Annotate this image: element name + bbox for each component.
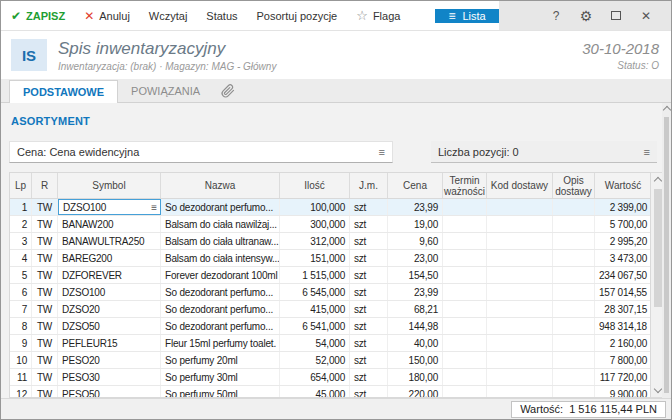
cell-termin[interactable]: [443, 301, 487, 317]
cell-lp[interactable]: 11: [10, 369, 32, 385]
cell-symbol[interactable]: PESO20: [58, 352, 161, 368]
column-header-opis[interactable]: Opis dostawy: [553, 173, 595, 198]
cell-termin[interactable]: [443, 284, 487, 300]
cell-jm[interactable]: szt: [350, 301, 388, 317]
cell-menu-icon[interactable]: ≡: [151, 202, 157, 213]
column-header-r[interactable]: R: [32, 173, 58, 198]
cell-termin[interactable]: [443, 216, 487, 232]
cell-wartosc[interactable]: 234 067,50: [595, 267, 650, 283]
cell-kod[interactable]: [487, 233, 553, 249]
cell-jm[interactable]: szt: [350, 250, 388, 266]
column-header-kod[interactable]: Kod dostawy: [487, 173, 553, 198]
cell-ilosc[interactable]: 52,000: [280, 352, 350, 368]
cell-opis[interactable]: [553, 335, 595, 351]
cell-opis[interactable]: [553, 216, 595, 232]
cell-cena[interactable]: 68,21: [388, 301, 443, 317]
cell-wartosc[interactable]: 2 995,20: [595, 233, 650, 249]
cell-cena[interactable]: 220,00: [388, 386, 443, 397]
cell-r[interactable]: TW: [32, 250, 58, 266]
help-button[interactable]: ?: [541, 9, 571, 23]
cell-ilosc[interactable]: 45,000: [280, 386, 350, 397]
cell-cena[interactable]: 144,98: [388, 318, 443, 334]
cell-cena[interactable]: 40,00: [388, 335, 443, 351]
cell-jm[interactable]: szt: [350, 386, 388, 397]
cell-r[interactable]: TW: [32, 199, 58, 215]
cell-lp[interactable]: 10: [10, 352, 32, 368]
cell-symbol[interactable]: DZSO20: [58, 301, 161, 317]
cell-wartosc[interactable]: 9 900,00: [595, 386, 650, 397]
panel-scroll-up-icon[interactable]: [662, 106, 670, 114]
cell-lp[interactable]: 1: [10, 199, 32, 215]
cell-opis[interactable]: [553, 284, 595, 300]
cell-wartosc[interactable]: 117 720,00: [595, 369, 650, 385]
cell-termin[interactable]: [443, 199, 487, 215]
cell-symbol[interactable]: PESO50: [58, 386, 161, 397]
cell-kod[interactable]: [487, 216, 553, 232]
cell-opis[interactable]: [553, 199, 595, 215]
cell-nazwa[interactable]: So perfumy 50ml: [161, 386, 280, 397]
cell-opis[interactable]: [553, 352, 595, 368]
cell-kod[interactable]: [487, 284, 553, 300]
cell-symbol[interactable]: DZSO100: [58, 284, 161, 300]
cell-kod[interactable]: [487, 352, 553, 368]
cell-cena[interactable]: 23,99: [388, 284, 443, 300]
cell-symbol[interactable]: BAREG200: [58, 250, 161, 266]
cell-symbol[interactable]: BANAW200: [58, 216, 161, 232]
cell-r[interactable]: TW: [32, 352, 58, 368]
scroll-down-icon[interactable]: [653, 385, 661, 393]
cell-ilosc[interactable]: 1 515,000: [280, 267, 350, 283]
table-row[interactable]: 5TWDZFOREVERForever dezodorant 100ml1 51…: [10, 267, 650, 284]
cell-termin[interactable]: [443, 250, 487, 266]
cell-jm[interactable]: szt: [350, 318, 388, 334]
cell-r[interactable]: TW: [32, 216, 58, 232]
cell-jm[interactable]: szt: [350, 199, 388, 215]
column-header-nazwa[interactable]: Nazwa: [161, 173, 280, 198]
cell-cena[interactable]: 150,00: [388, 352, 443, 368]
cell-kod[interactable]: [487, 369, 553, 385]
cell-nazwa[interactable]: Fleur 15ml perfumy toalet.: [161, 335, 280, 351]
table-row[interactable]: 9TWPEFLEUR15Fleur 15ml perfumy toalet.54…: [10, 335, 650, 352]
cell-lp[interactable]: 8: [10, 318, 32, 334]
cell-lp[interactable]: 3: [10, 233, 32, 249]
cell-ilosc[interactable]: 300,000: [280, 216, 350, 232]
price-field-menu-icon[interactable]: ≡: [379, 146, 385, 158]
cell-termin[interactable]: [443, 318, 487, 334]
cell-ilosc[interactable]: 654,000: [280, 369, 350, 385]
cell-r[interactable]: TW: [32, 318, 58, 334]
cell-wartosc[interactable]: 5 700,00: [595, 216, 650, 232]
close-button[interactable]: ✕: [631, 9, 661, 23]
cell-nazwa[interactable]: So dezodorant perfumo...: [161, 301, 280, 317]
cell-jm[interactable]: szt: [350, 216, 388, 232]
cell-kod[interactable]: [487, 318, 553, 334]
table-row[interactable]: 2TWBANAW200Balsam do ciała nawilżaj...30…: [10, 216, 650, 233]
cell-symbol[interactable]: PEFLEUR15: [58, 335, 161, 351]
cell-lp[interactable]: 2: [10, 216, 32, 232]
table-row[interactable]: 1TWDZSO100≡So dezodorant perfumo...100,0…: [10, 199, 650, 216]
cell-nazwa[interactable]: Balsam do ciała ultranaw...: [161, 233, 280, 249]
cell-termin[interactable]: [443, 352, 487, 368]
cell-jm[interactable]: szt: [350, 233, 388, 249]
cell-r[interactable]: TW: [32, 284, 58, 300]
cell-ilosc[interactable]: 6 541,000: [280, 318, 350, 334]
cell-cena[interactable]: 23,00: [388, 250, 443, 266]
cell-wartosc[interactable]: 948 314,18: [595, 318, 650, 334]
cell-opis[interactable]: [553, 386, 595, 397]
cell-ilosc[interactable]: 100,000: [280, 199, 350, 215]
cell-kod[interactable]: [487, 301, 553, 317]
cell-r[interactable]: TW: [32, 335, 58, 351]
tab-podstawowe[interactable]: PODSTAWOWE: [9, 80, 118, 103]
cell-r[interactable]: TW: [32, 301, 58, 317]
cell-r[interactable]: TW: [32, 233, 58, 249]
table-row[interactable]: 6TWDZSO100So dezodorant perfumo...6 545,…: [10, 284, 650, 301]
cell-opis[interactable]: [553, 301, 595, 317]
cell-opis[interactable]: [553, 267, 595, 283]
cell-opis[interactable]: [553, 233, 595, 249]
cell-nazwa[interactable]: So dezodorant perfumo...: [161, 318, 280, 334]
cell-wartosc[interactable]: 157 014,55: [595, 284, 650, 300]
cell-lp[interactable]: 5: [10, 267, 32, 283]
cell-jm[interactable]: szt: [350, 335, 388, 351]
load-button[interactable]: Wczytaj: [149, 10, 188, 22]
cell-ilosc[interactable]: 54,000: [280, 335, 350, 351]
cell-ilosc[interactable]: 415,000: [280, 301, 350, 317]
table-row[interactable]: 7TWDZSO20So dezodorant perfumo...415,000…: [10, 301, 650, 318]
